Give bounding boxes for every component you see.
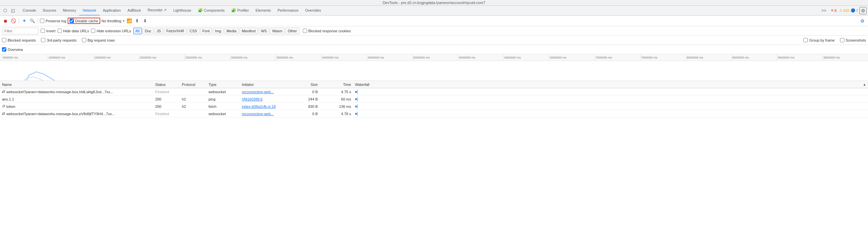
tab-memory[interactable]: Memory <box>60 6 80 15</box>
tab-performance[interactable]: Performance <box>274 6 302 15</box>
hide-data-urls-label[interactable]: Hide data URLs <box>58 29 89 33</box>
row-type-icon: ⇄ <box>2 90 5 94</box>
filter-type-media[interactable]: Media <box>224 28 239 34</box>
hide-extension-urls-label[interactable]: Hide extension URLs <box>91 29 131 33</box>
cell-initiator[interactable]: reconnecting-web... <box>240 112 293 116</box>
cell-status: 200 <box>153 104 180 108</box>
filter-type-manifest[interactable]: Manifest <box>240 28 258 34</box>
blocked-requests-checkbox[interactable] <box>2 38 6 42</box>
request-name: websocket?param=dataworks-message-box,eV… <box>6 112 115 116</box>
filter-type-img[interactable]: Img <box>213 28 223 34</box>
cell-time: 136 ms <box>320 104 353 108</box>
waterfall-dot <box>355 91 357 93</box>
tab-profiler[interactable]: 🧩 Profiler <box>228 6 252 15</box>
filter-type-ws[interactable]: WS <box>258 28 269 34</box>
tab-components[interactable]: 🧩 Components <box>194 6 228 15</box>
overview-label[interactable]: Overview <box>2 47 23 52</box>
blocked-cookies-label[interactable]: Blocked response cookies <box>303 29 351 33</box>
table-row[interactable]: ↺token200h2fetchindex-b06a2cfb.js:18830 … <box>0 103 868 110</box>
hide-extension-urls-checkbox[interactable] <box>91 29 95 33</box>
filter-type-wasm[interactable]: Wasm <box>270 28 285 34</box>
tab-lighthouse[interactable]: Lighthouse <box>170 6 194 15</box>
tab-console[interactable]: Console <box>19 6 39 15</box>
filter-input[interactable] <box>2 28 39 34</box>
big-request-rows-label[interactable]: Big request rows <box>82 38 115 42</box>
tab-overrides[interactable]: Overrides <box>302 6 324 15</box>
filter-icon-button[interactable]: ▼ <box>21 18 28 24</box>
cell-waterfall <box>353 97 868 102</box>
warning-icon: ⚠ <box>839 8 843 13</box>
screenshots-checkbox[interactable] <box>840 38 844 42</box>
disable-cache-label[interactable]: Disable cache <box>70 19 98 23</box>
preserve-log-checkbox[interactable] <box>40 19 44 23</box>
col-header-status[interactable]: Status <box>153 82 180 87</box>
tab-elements[interactable]: Elements <box>252 6 274 15</box>
cell-initiator[interactable]: reconnecting-web... <box>240 90 293 94</box>
cursor-icon[interactable]: ⬡ <box>1 7 9 14</box>
col-header-type[interactable]: Type <box>207 82 240 87</box>
clear-button[interactable]: 🚫 <box>10 18 17 24</box>
table-row[interactable]: aes.1.1200h2pingVM160389:6244 B60 ms <box>0 96 868 103</box>
big-request-rows-checkbox[interactable] <box>82 38 86 42</box>
options-row: Blocked requests 3rd-party requests Big … <box>0 36 868 45</box>
cell-type: ping <box>207 97 240 101</box>
third-party-label[interactable]: 3rd-party requests <box>41 38 76 42</box>
group-by-frame-label[interactable]: Group by frame <box>803 38 834 42</box>
disable-cache-checkbox[interactable] <box>70 19 74 23</box>
cell-time: 4.75 s <box>320 90 353 94</box>
filter-type-css[interactable]: CSS <box>187 28 199 34</box>
import-har-icon[interactable]: ⬆ <box>134 18 141 24</box>
cell-initiator[interactable]: index-b06a2cfb.js:18 <box>240 104 293 108</box>
invert-label[interactable]: Invert <box>41 29 56 33</box>
waterfall-area <box>0 61 868 81</box>
col-header-time[interactable]: Time <box>320 82 353 87</box>
settings-icon[interactable]: ⚙ <box>859 7 867 14</box>
tab-sources[interactable]: Sources <box>39 6 59 15</box>
inspect-icon[interactable]: ◱ <box>9 7 17 14</box>
filter-type-fetch/xhr[interactable]: Fetch/XHR <box>164 28 187 34</box>
tab-adblock[interactable]: AdBlock <box>124 6 144 15</box>
cell-waterfall <box>353 104 868 109</box>
hide-data-urls-checkbox[interactable] <box>58 29 62 33</box>
timeline-tick-8: 4500000 ms <box>367 54 412 61</box>
network-conditions-icon[interactable]: 📶 <box>126 18 132 24</box>
third-party-checkbox[interactable] <box>41 38 45 42</box>
more-tabs-button[interactable]: >> <box>819 8 828 14</box>
tab-network[interactable]: Network <box>79 6 99 15</box>
record-stop-button[interactable]: ⏺ <box>2 18 9 24</box>
col-header-protocol[interactable]: Protocol <box>180 82 207 87</box>
table-row[interactable]: ⇄websocket?param=dataworks-message-box,e… <box>0 110 868 117</box>
filter-type-all[interactable]: All <box>133 28 142 34</box>
overview-row: Overview <box>0 45 868 54</box>
blocked-cookies-checkbox[interactable] <box>303 29 307 33</box>
overview-checkbox[interactable] <box>2 47 6 52</box>
title-text: DevTools - pre.d2.cn.bzgjngdata.lyameon/… <box>383 1 485 5</box>
filter-type-font[interactable]: Font <box>200 28 212 34</box>
blocked-requests-label[interactable]: Blocked requests <box>2 38 36 42</box>
tab-application[interactable]: Application <box>100 6 124 15</box>
col-header-waterfall[interactable]: Waterfall ▲ <box>353 82 868 87</box>
timeline-tick-1: 1000000 ms <box>48 54 93 61</box>
table-header: Name Status Protocol Type Initiator Size… <box>0 81 868 88</box>
preserve-log-label[interactable]: Preserve log <box>40 19 66 23</box>
filter-type-doc[interactable]: Doc <box>143 28 154 34</box>
table-row[interactable]: ⇄websocket?param=dataworks-message-box,h… <box>0 88 868 96</box>
search-button[interactable]: 🔍 <box>29 18 36 24</box>
tab-recorder[interactable]: Recorder ↗ <box>144 6 170 15</box>
cell-initiator[interactable]: VM160389:6 <box>240 97 293 101</box>
toolbar: ⏺ 🚫 ▼ 🔍 Preserve log Disable cache No th… <box>0 15 868 26</box>
group-by-frame-checkbox[interactable] <box>803 38 808 42</box>
throttle-select[interactable]: No throttling <box>101 19 126 23</box>
col-header-size[interactable]: Size <box>293 82 320 87</box>
col-header-name[interactable]: Name <box>0 82 153 87</box>
filter-type-other[interactable]: Other <box>285 28 300 34</box>
cell-status: 200 <box>153 97 180 101</box>
filter-type-js[interactable]: JS <box>154 28 163 34</box>
network-settings-icon[interactable]: ⚙ <box>859 17 866 25</box>
col-header-initiator[interactable]: Initiator <box>240 82 293 87</box>
export-har-icon[interactable]: ⬇ <box>142 18 149 24</box>
sort-arrow-icon: ▲ <box>863 83 866 86</box>
screenshots-label[interactable]: Screenshots <box>840 38 866 42</box>
invert-checkbox[interactable] <box>41 29 45 33</box>
timeline-tick-18: 9500000 ms <box>823 54 868 61</box>
